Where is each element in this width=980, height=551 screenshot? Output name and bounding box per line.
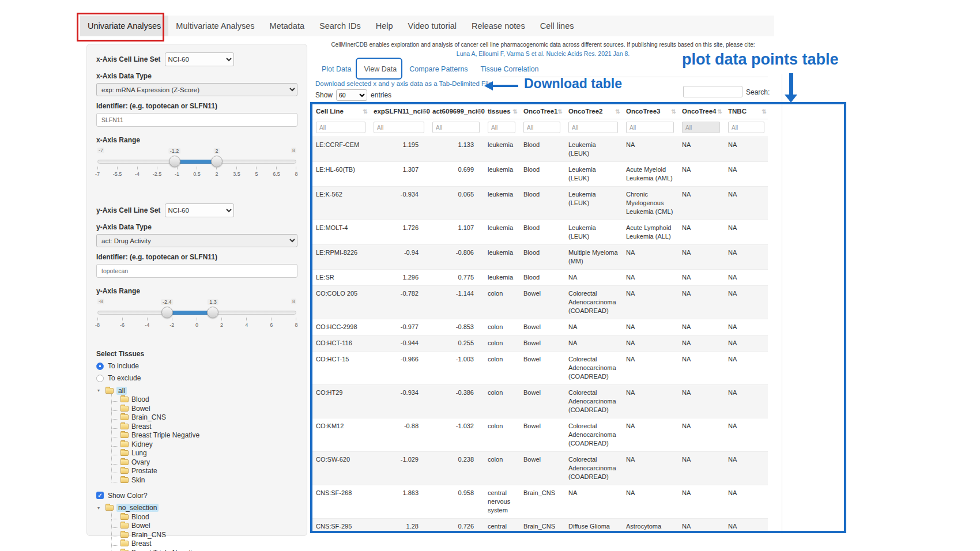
- tab-view-data[interactable]: View Data: [357, 62, 403, 77]
- slider-handle-from[interactable]: [161, 307, 173, 318]
- slider-handle-from[interactable]: [169, 156, 180, 167]
- tree-node-bowel[interactable]: Bowel: [111, 404, 297, 413]
- table-row[interactable]: CO:KM12-0.88-1.032colonBowelColorectal A…: [311, 418, 768, 452]
- column-header-expslfn11_nci60[interactable]: expSLFN11_nci60⇅: [369, 104, 428, 119]
- tree-node-brain_cns[interactable]: Brain_CNS: [111, 530, 297, 539]
- tab-compare-patterns[interactable]: Compare Patterns: [403, 62, 474, 77]
- radio-label: To include: [108, 362, 139, 370]
- radio-label: To exclude: [108, 374, 141, 382]
- column-filter-oncotree4[interactable]: [682, 122, 720, 133]
- table-row[interactable]: LE:CCRF-CEM1.1951.133leukemiaBloodLeukem…: [311, 137, 768, 162]
- y-axis-cell-line-set-label: y-Axis Cell Line Set: [96, 206, 160, 214]
- x-axis-range-slider[interactable]: -7 8 -1.2 2 -7-5.5-4-2.5-10.523.556.58: [97, 147, 296, 182]
- y-axis-data-type-select[interactable]: act: Drug Activity: [96, 234, 297, 247]
- nav-item-video-tutorial[interactable]: Video tutorial: [401, 16, 464, 36]
- tissues-include-radio[interactable]: To include: [96, 362, 297, 370]
- table-search-input[interactable]: [683, 86, 742, 97]
- column-header-tnbc[interactable]: TNBC⇅: [723, 104, 768, 119]
- column-filter-oncotree3[interactable]: [626, 122, 674, 133]
- nav-item-multivariate-analyses[interactable]: Multivariate Analyses: [168, 16, 262, 36]
- x-axis-identifier-input[interactable]: [96, 113, 297, 127]
- tree-node-breast-triple-negative[interactable]: Breast Triple Negative: [111, 548, 297, 551]
- annotation-download-table-label: Download table: [524, 76, 622, 92]
- sort-icon: ⇅: [558, 108, 563, 115]
- download-tab-delimited-link[interactable]: Download selected x and y axis data as a…: [315, 80, 492, 87]
- slider-selected-range[interactable]: [167, 311, 213, 315]
- nav-item-help[interactable]: Help: [368, 16, 401, 36]
- column-filter-oncotree1[interactable]: [523, 122, 560, 133]
- table-row[interactable]: CNS:SF-2681.8630.958central nervous syst…: [311, 485, 768, 519]
- tree-toggle-icon[interactable]: ▾: [97, 388, 104, 393]
- table-row[interactable]: CO:HT29-0.934-0.386colonBowelColorectal …: [311, 385, 768, 418]
- y-axis-range-slider[interactable]: -8 8 -2.4 1.3 -8-6-4-202468: [97, 298, 296, 333]
- table-row[interactable]: CO:HCC-2998-0.977-0.853colonBowelNANANAN…: [311, 319, 768, 335]
- radio-unselected-icon[interactable]: [96, 375, 104, 382]
- tree-node-brain_cns[interactable]: Brain_CNS: [111, 413, 297, 422]
- table-row[interactable]: CO:HCT-116-0.9440.255colonBowelNANANANA: [311, 335, 768, 352]
- column-filter-expslfn11_nci60[interactable]: [374, 122, 424, 133]
- table-row[interactable]: LE:RPMI-8226-0.94-0.806leukemiaBloodMult…: [311, 245, 768, 270]
- nav-item-metadata[interactable]: Metadata: [262, 16, 312, 36]
- nav-item-search-ids[interactable]: Search IDs: [312, 16, 368, 36]
- x-axis-cell-line-set-select[interactable]: NCI-60: [165, 52, 234, 66]
- table-row[interactable]: LE:SR1.2960.775leukemiaBloodNANANANA: [311, 270, 768, 286]
- tree-node-blood[interactable]: Blood: [111, 395, 297, 405]
- slider-handle-to[interactable]: [211, 156, 223, 167]
- select-tissues-label: Select Tissues: [96, 350, 297, 358]
- tree-node-breast-triple-negative[interactable]: Breast Triple Negative: [111, 431, 297, 440]
- tree-root-node[interactable]: ▾no_selection: [97, 504, 297, 513]
- column-header-oncotree4[interactable]: OncoTree4⇅: [677, 104, 723, 119]
- tree-node-kidney[interactable]: Kidney: [111, 440, 297, 449]
- tree-node-blood[interactable]: Blood: [111, 512, 297, 522]
- tree-node-bowel[interactable]: Bowel: [111, 522, 297, 531]
- sort-icon: ⇅: [762, 108, 767, 115]
- nav-item-cell-lines[interactable]: Cell lines: [533, 16, 582, 36]
- column-header-act609699_nci60[interactable]: act609699_nci60⇅: [428, 104, 483, 119]
- tree-node-breast[interactable]: Breast: [111, 422, 297, 431]
- column-header-oncotree1[interactable]: OncoTree1⇅: [519, 104, 564, 119]
- tree-node-lung[interactable]: Lung: [111, 449, 297, 458]
- column-header-oncotree3[interactable]: OncoTree3⇅: [621, 104, 677, 119]
- column-filter-oncotree2[interactable]: [568, 122, 618, 133]
- radio-selected-icon[interactable]: [96, 363, 104, 370]
- slider-min-label: -7: [97, 148, 104, 153]
- tree-node-label[interactable]: no_selection: [116, 504, 159, 512]
- slider-handle-to[interactable]: [207, 307, 218, 318]
- column-filter-tissues[interactable]: [488, 122, 515, 133]
- nav-item-release-notes[interactable]: Release notes: [464, 16, 533, 36]
- entries-count-select[interactable]: 60: [336, 89, 367, 101]
- tree-node-prostate[interactable]: Prostate: [111, 467, 297, 476]
- column-header-tissues[interactable]: tissues⇅: [483, 104, 519, 119]
- table-row[interactable]: CO:COLO 205-0.782-1.144colonBowelColorec…: [311, 286, 768, 319]
- show-color-checkbox-row[interactable]: ✓ Show Color?: [96, 492, 297, 500]
- tree-node-skin[interactable]: Skin: [111, 475, 297, 485]
- table-row[interactable]: CO:HCT-15-0.966-1.003colonBowelColorecta…: [311, 352, 768, 385]
- tab-plot-data[interactable]: Plot Data: [315, 62, 357, 77]
- x-axis-cell-line-set-label: x-Axis Cell Line Set: [96, 55, 160, 63]
- slider-from-value: -2.4: [161, 299, 174, 305]
- column-filter-tnbc[interactable]: [728, 122, 764, 133]
- tree-root-node[interactable]: ▾all: [97, 386, 297, 395]
- column-filter-cell-line[interactable]: [316, 122, 365, 133]
- table-search-label: Search:: [746, 88, 770, 96]
- tissues-exclude-radio[interactable]: To exclude: [96, 374, 297, 382]
- tree-node-breast[interactable]: Breast: [111, 539, 297, 549]
- table-row[interactable]: CNS:SF-2951.280.726central nervous syste…: [311, 519, 768, 533]
- slider-selected-range[interactable]: [175, 160, 217, 164]
- tree-node-ovary[interactable]: Ovary: [111, 458, 297, 467]
- y-axis-identifier-input[interactable]: [96, 264, 297, 278]
- tab-tissue-correlation[interactable]: Tissue Correlation: [474, 62, 545, 77]
- x-axis-data-type-select[interactable]: exp: mRNA Expression (Z-Score): [96, 83, 297, 96]
- table-row[interactable]: LE:K-562-0.9340.065leukemiaBloodLeukemia…: [311, 187, 768, 220]
- column-header-oncotree2[interactable]: OncoTree2⇅: [564, 104, 621, 119]
- checkbox-checked-icon[interactable]: ✓: [96, 492, 104, 499]
- tree-toggle-icon[interactable]: ▾: [97, 505, 104, 511]
- table-row[interactable]: CO:SW-620-1.0290.238colonBowelColorectal…: [311, 452, 768, 485]
- table-row[interactable]: LE:MOLT-41.7261.107leukemiaBloodLeukemia…: [311, 220, 768, 245]
- y-axis-cell-line-set-select[interactable]: NCI-60: [165, 203, 234, 217]
- column-filter-act609699_nci60[interactable]: [432, 122, 480, 133]
- tabset: Plot DataView DataCompare PatternsTissue…: [315, 62, 545, 77]
- column-header-cell-line[interactable]: Cell Line⇅: [311, 104, 369, 119]
- table-row[interactable]: LE:HL-60(TB)1.3070.699leukemiaBloodLeuke…: [311, 162, 768, 187]
- nav-item-univariate-analyses[interactable]: Univariate Analyses: [80, 16, 168, 36]
